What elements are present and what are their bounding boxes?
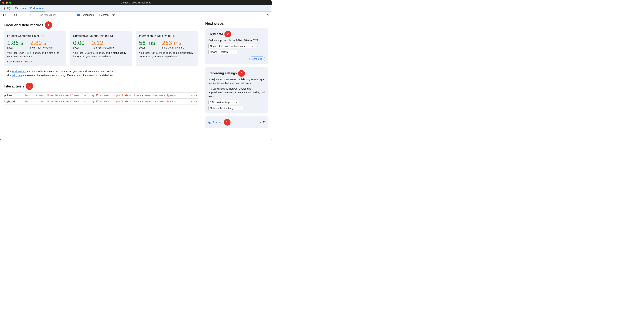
local-value: 0.00	[73, 39, 84, 46]
metrics-heading-row: Local and field metrics 1	[4, 21, 198, 29]
metric-values: 0.00 Local 0.12 Field 75th Percentile	[73, 39, 128, 49]
interaction-target: input.flex-auto.lh-solid.sans-serif.sear…	[24, 92, 184, 98]
cpu-throttling-select[interactable]: CPU: No throttling	[208, 100, 239, 104]
titlebar: DevTools - www.walmart.com/	[0, 0, 272, 5]
content-area: Local and field metrics 1 Largest Conten…	[0, 18, 272, 140]
recording-settings-p2: Try using Fast 4G network throttling to …	[208, 87, 265, 98]
info-text: are captured from the current page using…	[26, 70, 114, 73]
interaction-target: input.flex-auto.lh-solid.sans-serif.sear…	[24, 98, 184, 105]
memory-checkbox[interactable]: Memory	[97, 13, 110, 16]
metric-local: 56 ms Local	[139, 39, 155, 49]
table-row[interactable]: pointer input.flex-auto.lh-solid.sans-se…	[4, 92, 198, 98]
tab-performance[interactable]: Performance	[30, 5, 45, 11]
toolbar-divider	[20, 13, 20, 17]
metric-field: 0.12 Field 75th Percentile	[92, 39, 114, 49]
origin-select[interactable]: Origin: https://www.walmart.com	[208, 44, 255, 48]
maximize-window-icon[interactable]	[9, 1, 11, 4]
local-metrics-link[interactable]: local metrics	[12, 70, 26, 73]
metric-field: 263 ms Field 75th Percentile	[162, 39, 184, 49]
interactions-heading-row: Interactions 3	[4, 83, 198, 90]
select-value: Network: No throttling	[210, 107, 234, 110]
field-value: 0.12	[92, 39, 114, 46]
field-data-link[interactable]: field data	[12, 74, 22, 77]
lcp-element-label: LCP Element	[7, 60, 22, 63]
lcp-element-link[interactable]: img.db	[23, 60, 32, 63]
more-icon[interactable]	[265, 6, 270, 11]
desc-text: Your local CLS	[73, 51, 90, 54]
svg-point-3	[268, 7, 268, 8]
metric-local: 0.00 Local	[73, 39, 84, 49]
next-steps-heading: Next steps	[205, 21, 268, 25]
clear-icon[interactable]	[13, 12, 18, 17]
field-data-title: Field data	[208, 32, 223, 36]
checkbox-empty-icon	[97, 13, 100, 16]
field-label: Field 75th Percentile	[162, 46, 184, 49]
interaction-type: keyboard	[4, 98, 24, 105]
record-label: Record	[213, 121, 222, 124]
local-label: Local	[139, 46, 155, 49]
field-data-title-row: Field data 2	[208, 31, 265, 37]
field-value: 2.89 s	[30, 39, 52, 46]
interaction-time: 56 ms	[184, 92, 198, 98]
record-toggle-icon[interactable]	[2, 12, 7, 17]
metric-values: 1.86 s Local 2.89 s Field 75th Percentil…	[7, 39, 63, 49]
device-toggle-icon[interactable]	[6, 6, 11, 11]
annotation-badge-5: 5	[224, 119, 230, 126]
metric-description: Your local INP 56 ms is good, and is sig…	[139, 51, 195, 58]
download-icon[interactable]	[28, 12, 33, 17]
window-title: DevTools - www.walmart.com/	[121, 1, 151, 4]
record-shortcut: ⌘ E	[259, 121, 265, 124]
sidebar-column: Next steps Field data 2 Collection perio…	[202, 18, 272, 140]
local-label: Local	[73, 46, 84, 49]
recording-settings-card: Recording settings 4 A majority of users…	[205, 67, 268, 113]
tab-elements[interactable]: Elements	[15, 5, 26, 11]
desc-text: Your local INP	[139, 51, 156, 54]
performance-toolbar: (no recordings) ✓ Screenshots Memory	[0, 12, 272, 18]
main-toolbar: Elements Performance	[0, 5, 272, 12]
info-text: is measured by real users using many dif…	[22, 74, 114, 77]
record-button[interactable]: Record 5	[208, 119, 230, 126]
screenshots-checkbox[interactable]: ✓ Screenshots	[77, 13, 94, 16]
table-row[interactable]: keyboard input.flex-auto.lh-solid.sans-s…	[4, 98, 198, 105]
info-text: The	[6, 74, 12, 77]
settings-gear-icon[interactable]	[265, 12, 270, 17]
close-window-icon[interactable]	[2, 1, 4, 4]
desc-value: 0.00	[90, 51, 95, 54]
configure-button[interactable]: Configure	[249, 56, 265, 61]
svg-rect-2	[9, 8, 10, 9]
interaction-time: 40 ms	[184, 98, 198, 105]
recording-settings-title-row: Recording settings 4	[208, 70, 265, 77]
annotation-badge-3: 3	[26, 83, 33, 90]
record-card: Record 5 ⌘ E	[205, 116, 268, 128]
interactions-heading: Interactions	[4, 84, 24, 88]
device-select[interactable]: Device: Desktop	[208, 50, 237, 54]
metric-card-inp: Interaction to Next Paint (INP) 56 ms Lo…	[136, 31, 198, 66]
caret-down-icon	[240, 107, 242, 110]
metrics-heading: Local and field metrics	[4, 23, 44, 27]
garbage-collect-icon[interactable]	[111, 12, 116, 17]
desc-value: 56 ms	[156, 51, 162, 54]
svg-point-7	[267, 14, 268, 15]
metric-field: 2.89 s Field 75th Percentile	[30, 39, 52, 49]
toolbar-divider	[13, 6, 13, 10]
field-label: Field 75th Percentile	[92, 46, 114, 49]
reload-icon[interactable]	[8, 12, 12, 17]
metric-title: Interaction to Next Paint (INP)	[139, 34, 195, 38]
record-row: Record 5 ⌘ E	[208, 119, 265, 126]
annotation-badge-4: 4	[238, 70, 245, 77]
main-column: Local and field metrics 1 Largest Conten…	[0, 18, 202, 140]
metric-description: Your local LCP 1.86 s is good, and is si…	[7, 51, 63, 58]
devtools-window: DevTools - www.walmart.com/ Elements Per…	[0, 0, 272, 140]
traffic-lights	[0, 1, 11, 4]
minimize-window-icon[interactable]	[6, 1, 8, 4]
upload-icon[interactable]	[22, 12, 27, 17]
network-throttling-select[interactable]: Network: No throttling	[208, 106, 243, 110]
field-label: Field 75th Percentile	[30, 46, 52, 49]
field-data-card: Field data 2 Collection period: 14 Jul 2…	[205, 28, 268, 64]
local-value: 56 ms	[139, 39, 155, 46]
metric-card-cls: Cumulative Layout Shift (CLS) 0.00 Local…	[70, 31, 132, 66]
inspect-icon[interactable]	[2, 6, 6, 11]
checkbox-checked-icon: ✓	[77, 13, 80, 16]
caret-down-icon	[234, 51, 236, 53]
recordings-dropdown[interactable]: (no recordings)	[38, 13, 71, 16]
